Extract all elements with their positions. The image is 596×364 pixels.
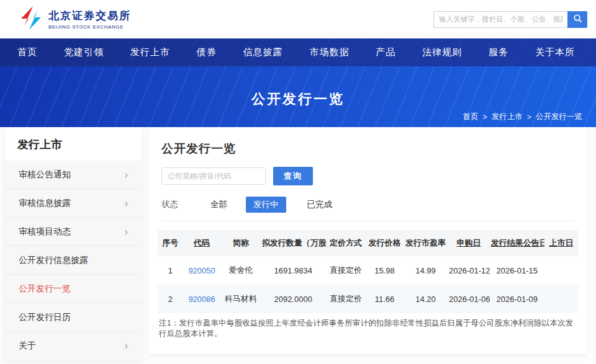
nav-item-listing[interactable]: 发行上市	[127, 39, 174, 66]
nav-item-home[interactable]: 首页	[14, 39, 41, 66]
col-header-code[interactable]: 代码	[183, 230, 221, 256]
cell-pricing: 直接定价	[326, 256, 366, 285]
stock-code-link[interactable]: 920086	[188, 295, 215, 304]
col-header-list-date[interactable]: 上市日	[544, 230, 578, 256]
nav-item-rules[interactable]: 法律规则	[418, 39, 466, 66]
cell-name: 爱舍伦	[221, 256, 261, 285]
cell-list-date	[544, 256, 578, 285]
filter-option-completed[interactable]: 已完成	[302, 197, 338, 213]
nav-item-about[interactable]: 关于本所	[531, 39, 579, 66]
breadcrumb-listing[interactable]: 发行上市	[492, 112, 523, 122]
sidebar-item-offering-calendar[interactable]: 公开发行日历	[5, 303, 142, 332]
bse-logo-text: 北京证券交易所 BEIJING STOCK EXCHANGE	[48, 9, 131, 30]
top-header: 北京证券交易所 BEIJING STOCK EXCHANGE	[0, 0, 596, 38]
sidebar-item-audit-progress[interactable]: 审核项目动态 ›	[5, 218, 142, 246]
sidebar-item-audit-notices[interactable]: 审核公告通知 ›	[5, 161, 142, 189]
chevron-right-icon: ›	[125, 227, 128, 237]
cell-list-date	[544, 285, 578, 313]
filter-option-issuing[interactable]: 发行中	[246, 197, 286, 213]
sidebar-items: 审核公告通知 › 审核信息披露 › 审核项目动态 › 公开发行信息披露 公开发行…	[5, 161, 142, 360]
col-header-pe: 发行市盈率	[404, 230, 448, 256]
footnote: 注1：发行市盈率中每股收益按照上年度经会计师事务所审计的扣除非经常性损益后归属于…	[159, 318, 577, 339]
cell-price: 15.98	[366, 256, 404, 285]
cell-quantity: 2092.0000	[261, 285, 326, 313]
site-search-button[interactable]	[567, 11, 587, 28]
breadcrumb-home[interactable]: 首页	[463, 112, 478, 122]
bse-logo[interactable]: 北京证券交易所 BEIJING STOCK EXCHANGE	[19, 6, 131, 33]
col-header-pricing: 定价方式	[326, 230, 366, 256]
sidebar: 发行上市 审核公告通知 › 审核信息披露 › 审核项目动态 › 公开发行信息披露…	[5, 127, 142, 360]
query-button[interactable]: 查询	[273, 167, 313, 185]
sidebar-title: 发行上市	[5, 127, 142, 161]
sidebar-item-offering-disclosure[interactable]: 公开发行信息披露	[5, 246, 142, 275]
sidebar-item-label: 审核项目动态	[19, 226, 71, 237]
logo-title: 北京证券交易所	[48, 9, 131, 23]
stock-code-link[interactable]: 920050	[188, 266, 215, 275]
col-header-name: 简称	[221, 230, 261, 256]
nav-item-services[interactable]: 服务	[485, 39, 512, 66]
breadcrumb: 首页 > 发行上市 > 公开发行一览	[463, 112, 582, 122]
search-icon	[573, 14, 582, 25]
sidebar-item-label: 关于	[19, 340, 36, 352]
cell-seq: 1	[158, 256, 183, 285]
banner-title: 公开发行一览	[0, 90, 596, 109]
cell-apply-date: 2026-01-12	[448, 256, 490, 285]
chevron-right-icon: ›	[125, 170, 128, 180]
cell-result-date: 2026-01-15	[490, 256, 544, 285]
filter-option-all[interactable]: 全部	[205, 197, 232, 213]
cell-quantity: 1691.9834	[261, 256, 326, 285]
cell-apply-date: 2026-01-06	[448, 285, 490, 313]
col-header-result-date[interactable]: 发行结果公告日	[490, 230, 544, 256]
nav-item-market-data[interactable]: 市场数据	[305, 39, 353, 66]
status-filter: 状态 全部 发行中 已完成	[161, 197, 574, 221]
sidebar-item-label: 公开发行日历	[19, 312, 71, 323]
company-search-input[interactable]	[161, 167, 266, 185]
cell-name: 科马材料	[221, 285, 261, 313]
sidebar-item-audit-disclosure[interactable]: 审核信息披露 ›	[5, 189, 142, 218]
table-row: 1 920050 爱舍伦 1691.9834 直接定价 15.98 14.99 …	[158, 256, 578, 285]
breadcrumb-separator: >	[527, 113, 531, 122]
nav-item-products[interactable]: 产品	[372, 39, 399, 66]
sidebar-item-label: 审核公告通知	[19, 169, 71, 180]
main-panel: 公开发行一览 查询 状态 全部 发行中 已完成 序号 代码 简称 拟发行数量	[149, 127, 587, 354]
table-header-row: 序号 代码 简称 拟发行数量（万股） 定价方式 发行价格 发行市盈率 申购日 发…	[158, 230, 578, 256]
page-title: 公开发行一览	[161, 141, 574, 157]
cell-result-date: 2026-01-09	[490, 285, 544, 313]
logo-subtitle: BEIJING STOCK EXCHANGE	[48, 24, 131, 30]
site-search	[433, 11, 587, 28]
nav-item-party[interactable]: 党建引领	[60, 39, 107, 66]
status-filter-label: 状态	[161, 199, 178, 210]
sidebar-item-label: 审核信息披露	[19, 198, 71, 209]
col-header-quantity: 拟发行数量（万股）	[261, 230, 326, 256]
cell-price: 11.66	[366, 285, 404, 313]
offerings-table: 序号 代码 简称 拟发行数量（万股） 定价方式 发行价格 发行市盈率 申购日 发…	[158, 230, 578, 313]
main-nav: 首页 党建引领 发行上市 债券 信息披露 市场数据 产品 法律规则 服务 关于本…	[0, 38, 596, 66]
nav-item-disclosure[interactable]: 信息披露	[240, 39, 287, 66]
breadcrumb-current: 公开发行一览	[536, 112, 582, 122]
cell-pe: 14.20	[404, 285, 448, 313]
col-header-seq: 序号	[158, 230, 183, 256]
bse-logo-icon	[19, 6, 43, 33]
table-row: 2 920086 科马材料 2092.0000 直接定价 11.66 14.20…	[158, 285, 578, 313]
sidebar-item-label: 公开发行一览	[19, 283, 71, 295]
sidebar-item-about[interactable]: 关于 ›	[5, 332, 142, 360]
page-banner: 公开发行一览 首页 > 发行上市 > 公开发行一览	[0, 66, 596, 127]
chevron-right-icon: ›	[125, 341, 128, 351]
sidebar-item-offering-list[interactable]: 公开发行一览	[5, 275, 142, 303]
breadcrumb-separator: >	[482, 113, 487, 122]
content-area: 发行上市 审核公告通知 › 审核信息披露 › 审核项目动态 › 公开发行信息披露…	[0, 127, 596, 360]
sidebar-item-label: 公开发行信息披露	[19, 255, 88, 266]
col-header-apply-date[interactable]: 申购日	[448, 230, 490, 256]
cell-seq: 2	[158, 285, 183, 313]
query-row: 查询	[161, 167, 574, 185]
col-header-price: 发行价格	[366, 230, 404, 256]
chevron-right-icon: ›	[125, 198, 128, 208]
cell-pricing: 直接定价	[326, 285, 366, 313]
nav-item-bonds[interactable]: 债券	[193, 39, 220, 66]
site-search-input[interactable]	[433, 11, 567, 28]
cell-pe: 14.99	[404, 256, 448, 285]
